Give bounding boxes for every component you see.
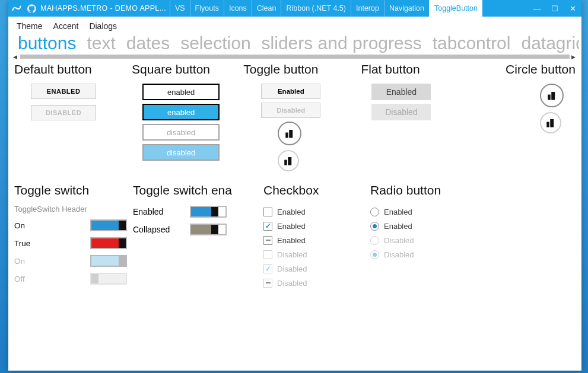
titlebar-nav-item[interactable]: Flyouts [190, 0, 224, 17]
section-square-button: Square button enabled enabled disabled d… [132, 62, 243, 176]
switch-label: On [14, 221, 25, 230]
default-enabled-button[interactable]: ENABLED [31, 84, 96, 99]
section-title: Toggle switch ena [133, 183, 263, 197]
section-default-button: Default button ENABLED DISABLED [14, 62, 132, 176]
section-checkbox: Checkbox Enabled✓EnabledEnabledDisabled✓… [263, 183, 370, 290]
building-icon [284, 128, 295, 139]
titlebar-nav-item[interactable]: Interop [351, 0, 384, 17]
checkbox[interactable] [263, 208, 272, 216]
section-toggle-switch-enabled: Toggle switch ena Enabled Collapsed [133, 183, 263, 290]
square-enabled-button[interactable]: enabled [142, 84, 220, 100]
radio[interactable] [370, 208, 379, 216]
toggle-switch-enabled[interactable] [190, 206, 227, 218]
toggle-disabled-button: Disabled [261, 103, 320, 118]
titlebar-nav-item[interactable]: ToggleButton [429, 0, 482, 17]
toggle-circle-disabled-button [278, 150, 299, 171]
row-2: Toggle switch ToggleSwitch Header On Tru… [14, 183, 576, 290]
radio-row: Disabled [370, 233, 495, 247]
section-title: Radio button [370, 183, 495, 197]
content: Default button ENABLED DISABLED Square b… [8, 59, 581, 296]
app-window: MAHAPPS.METRO - DEMO APPL... VSFlyoutsIc… [8, 0, 581, 371]
checkbox-row: Enabled [263, 233, 370, 247]
checkbox[interactable] [263, 236, 272, 245]
titlebar-nav: VSFlyoutsIconsCleanRibbon (.NET 4.5)Inte… [170, 0, 482, 17]
titlebar-nav-item[interactable]: Clean [252, 0, 281, 17]
toggle-switch-disabled-on [90, 255, 127, 267]
minimize-button[interactable]: — [528, 0, 546, 17]
tabstrip-bar[interactable] [20, 55, 570, 59]
toggle-circle-enabled-button[interactable] [278, 122, 301, 145]
close-button[interactable]: ✕ [564, 0, 581, 17]
window-buttons: — ☐ ✕ [528, 0, 581, 17]
section-flat-button: Flat button Enabled Disabled [361, 62, 475, 176]
toggle-switch-disabled-off [90, 273, 127, 285]
checkbox-label: Enabled [277, 208, 306, 216]
section-toggle-switch: Toggle switch ToggleSwitch Header On Tru… [14, 183, 133, 290]
toggle-enabled-button[interactable]: Enabled [261, 84, 320, 99]
building-icon [546, 90, 557, 101]
circle-enabled-button[interactable] [540, 84, 564, 107]
menubar-item[interactable]: Theme [17, 21, 43, 31]
section-title: Toggle switch [14, 183, 133, 197]
switch-label: Collapsed [133, 225, 185, 234]
section-title: Flat button [361, 62, 475, 76]
toggle-switch2-row: Enabled [133, 205, 263, 219]
tab-item[interactable]: tabcontrol [433, 33, 511, 53]
toggle-switch-row: True [14, 236, 127, 250]
toggle-switch-row: On [14, 254, 127, 268]
checkbox-label: Disabled [277, 264, 307, 273]
default-disabled-button: DISABLED [31, 105, 96, 120]
square-disabled-button: disabled [142, 124, 220, 141]
radio[interactable] [370, 222, 379, 231]
section-title: Checkbox [263, 183, 370, 197]
flat-enabled-button[interactable]: Enabled [371, 84, 431, 100]
switch-label: Off [14, 275, 25, 283]
section-title: Toggle button [243, 62, 361, 76]
checkbox: ✓ [263, 264, 272, 273]
section-title: Square button [132, 62, 243, 76]
section-title: Default button [14, 62, 132, 76]
radio-list: EnabledEnabledDisabledDisabled [370, 205, 495, 262]
toggle-switch-collapsed[interactable] [190, 224, 227, 235]
checkbox-row: Disabled [263, 247, 370, 262]
checkbox-list: Enabled✓EnabledEnabledDisabled✓DisabledD… [263, 205, 370, 290]
menubar-item[interactable]: Accent [53, 21, 79, 31]
toggle-switch-on[interactable] [90, 219, 127, 231]
menubar-item[interactable]: Dialogs [89, 21, 117, 31]
titlebar-nav-item[interactable]: Icons [224, 0, 252, 17]
tab-item[interactable]: sliders and progress [262, 33, 422, 53]
tabstrip-left-arrow-icon[interactable]: ◀ [13, 54, 17, 60]
titlebar-nav-item[interactable]: Navigation [384, 0, 429, 17]
radio-label: Disabled [384, 236, 414, 245]
flat-disabled-button: Disabled [371, 104, 431, 120]
maximize-button[interactable]: ☐ [546, 0, 564, 17]
checkbox-row: Enabled [263, 205, 370, 219]
radio [370, 236, 379, 245]
tab-item[interactable]: datagrid [521, 33, 579, 53]
checkbox [263, 250, 272, 259]
checkbox[interactable]: ✓ [263, 222, 272, 231]
switch-label: True [14, 239, 30, 248]
titlebar-nav-item[interactable]: Ribbon (.NET 4.5) [281, 0, 351, 17]
square-enabled-accent-button[interactable]: enabled [142, 104, 220, 120]
toggle-switch-true[interactable] [90, 237, 127, 249]
checkbox-row: Disabled [263, 276, 370, 290]
radio-label: Disabled [384, 250, 414, 259]
tab-item[interactable]: selection [180, 33, 250, 53]
toggle-switch2-row: Collapsed [133, 222, 263, 237]
switch-label: On [14, 257, 25, 266]
radio-row: Enabled [370, 205, 495, 219]
checkbox-row: ✓Enabled [263, 219, 370, 233]
radio-row: Disabled [370, 247, 495, 262]
radio-label: Enabled [384, 222, 412, 231]
titlebar-nav-item[interactable]: VS [170, 0, 190, 17]
tab-item[interactable]: text [87, 33, 115, 53]
tab-item[interactable]: dates [126, 33, 170, 53]
tab-item[interactable]: buttons [18, 33, 76, 53]
square-disabled-accent-button: disabled [142, 144, 220, 161]
circle-disabled-button [540, 112, 561, 133]
tabstrip: buttonstextdatesselectionsliders and pro… [11, 33, 579, 53]
section-title: Circle button [506, 62, 576, 76]
github-icon[interactable] [25, 4, 38, 13]
tabstrip-right-arrow-icon[interactable]: ▶ [571, 54, 576, 60]
